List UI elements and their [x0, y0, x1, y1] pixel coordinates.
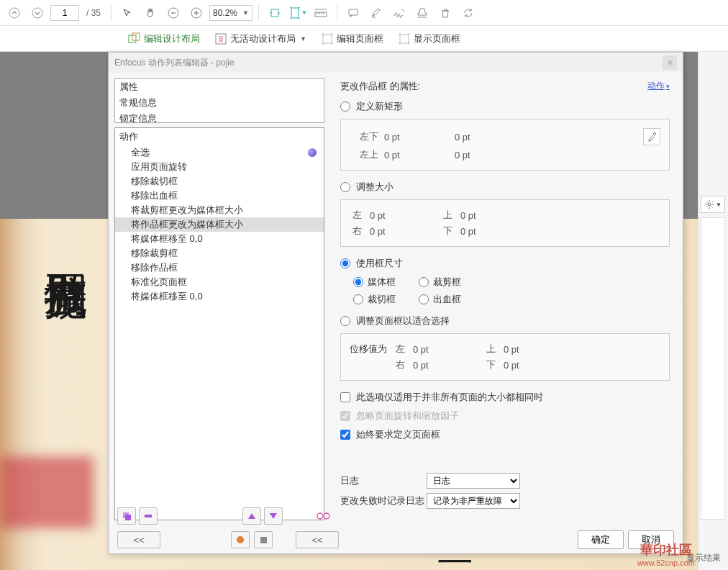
- svg-rect-5: [291, 8, 299, 18]
- no-active-layout-button[interactable]: 无活动设计布局 ▼: [209, 30, 312, 48]
- prev-button[interactable]: <<: [117, 531, 160, 548]
- offset-box: 位移值为 左0 pt 上0 pt 右0 pt 下0 pt: [340, 333, 670, 381]
- fit-width-icon[interactable]: [265, 3, 285, 23]
- check-always-define[interactable]: 始终要求定义页面框: [340, 428, 670, 441]
- svg-point-15: [317, 513, 323, 519]
- comment-icon[interactable]: [343, 3, 363, 23]
- action-item[interactable]: 移除裁切框: [115, 174, 324, 189]
- action-item[interactable]: 移除出血框: [115, 189, 324, 203]
- link-icon: [317, 511, 331, 521]
- section-title: 更改作品框 的属性: 动作: [340, 80, 670, 93]
- stop-button[interactable]: [254, 531, 273, 548]
- zoom-in-icon[interactable]: [186, 3, 206, 23]
- close-button[interactable]: ✕: [663, 55, 677, 70]
- copy-button[interactable]: [117, 507, 136, 525]
- sign-icon[interactable]: [389, 3, 409, 23]
- eyedropper-icon: [647, 132, 657, 142]
- svg-point-16: [324, 513, 329, 519]
- ruler-icon[interactable]: [311, 3, 331, 23]
- layout-edit-icon: [128, 32, 141, 45]
- layout-toolbar: 编辑设计布局 无活动设计布局 ▼ 编辑页面框 显示页面框: [0, 26, 728, 52]
- radio-use-frame[interactable]: 使用框尺寸: [340, 257, 670, 270]
- show-frame-button[interactable]: 显示页面框: [392, 30, 466, 48]
- property-item[interactable]: 属性: [115, 79, 324, 95]
- page-total: / 35: [86, 8, 101, 18]
- page-input[interactable]: [50, 5, 79, 21]
- ok-button[interactable]: 确定: [578, 530, 624, 549]
- record-icon: [237, 536, 244, 543]
- log-row: 日志 日志: [340, 473, 670, 489]
- top-toolbar: / 35 80.2%▼ ▼: [0, 0, 728, 26]
- back-button[interactable]: <<: [296, 531, 339, 548]
- svg-rect-4: [271, 9, 278, 17]
- move-up-button[interactable]: [242, 507, 261, 525]
- radio-resize[interactable]: 调整大小: [340, 181, 670, 194]
- edit-layout-button[interactable]: 编辑设计布局: [122, 30, 206, 48]
- check-ignore-rotation: 忽略页面旋转和缩放因子: [340, 410, 670, 422]
- svg-point-11: [708, 203, 711, 206]
- move-down-button[interactable]: [264, 507, 283, 525]
- status-dot-icon: [308, 148, 317, 157]
- action-list-header: 动作: [115, 128, 324, 145]
- action-item[interactable]: 将媒体框移至 0,0: [115, 232, 324, 246]
- remove-button[interactable]: [139, 507, 158, 525]
- svg-rect-13: [125, 515, 131, 520]
- pointer-icon[interactable]: [117, 3, 137, 23]
- action-item[interactable]: 标准化页面框: [115, 275, 324, 289]
- log-select[interactable]: 日志: [427, 473, 520, 489]
- refresh-icon[interactable]: [458, 3, 478, 23]
- record-button[interactable]: [231, 531, 250, 548]
- gear-icon: [704, 199, 714, 209]
- fit-page-icon[interactable]: ▼: [288, 3, 308, 23]
- svg-rect-6: [315, 12, 327, 17]
- right-sidebar: ▼: [698, 52, 728, 570]
- action-item[interactable]: 应用页面旋转: [115, 160, 324, 174]
- action-item[interactable]: 移除作品框: [115, 261, 324, 275]
- property-item[interactable]: 锁定信息: [115, 111, 324, 123]
- dialog-titlebar: Enfocus 动作列表编辑器 - pojie ✕: [109, 53, 683, 73]
- edit-frame-button[interactable]: 编辑页面框: [315, 30, 389, 48]
- stop-icon: [260, 537, 267, 543]
- radio-define-rect[interactable]: 定义新矩形: [340, 100, 670, 113]
- action-item[interactable]: 移除裁剪框: [115, 246, 324, 261]
- frame-edit-icon: [321, 32, 334, 45]
- zoom-select[interactable]: 80.2%▼: [209, 5, 252, 21]
- down-icon[interactable]: [27, 3, 47, 23]
- resize-box: 左0 pt 上0 pt 右0 pt 下0 pt: [340, 199, 670, 247]
- radio-trim-frame[interactable]: 裁切框: [353, 293, 396, 306]
- watermark: 華印社區 www.52cnp.com: [637, 541, 695, 567]
- action-item[interactable]: 全选: [115, 145, 324, 160]
- define-rect-box: 左下0 pt 0 pt 左上0 pt 0 pt: [340, 119, 670, 171]
- frame-type-group: 媒体框 裁剪框 裁切框 出血框: [353, 276, 670, 306]
- up-icon[interactable]: [4, 3, 24, 23]
- left-panel: 属性 常规信息 锁定信息 动作 全选 应用页面旋转 移除裁切框 移除出血框 将裁…: [109, 73, 330, 526]
- stamp-icon[interactable]: [412, 3, 432, 23]
- settings-button[interactable]: ▼: [701, 196, 725, 213]
- radio-bleed-frame[interactable]: 出血框: [419, 293, 461, 306]
- property-item[interactable]: 常规信息: [115, 95, 324, 111]
- svg-rect-14: [145, 515, 152, 517]
- radio-adjust-fit[interactable]: 调整页面框以适合选择: [340, 315, 670, 327]
- frame-show-icon: [398, 32, 411, 45]
- dialog-footer: << << 确定 取消: [109, 503, 683, 553]
- radio-media-frame[interactable]: 媒体框: [353, 276, 396, 289]
- link-button[interactable]: [314, 507, 333, 525]
- highlight-icon[interactable]: [366, 3, 386, 23]
- zoom-out-icon[interactable]: [163, 3, 183, 23]
- action-list[interactable]: 动作 全选 应用页面旋转 移除裁切框 移除出血框 将裁剪框更改为媒体框大小 将作…: [114, 127, 324, 520]
- minus-icon: [143, 512, 153, 520]
- action-item[interactable]: 将裁剪框更改为媒体框大小: [115, 203, 324, 217]
- hand-icon[interactable]: [140, 3, 160, 23]
- eyedropper-button[interactable]: [643, 128, 660, 145]
- action-editor-dialog: Enfocus 动作列表编辑器 - pojie ✕ 属性 常规信息 锁定信息 动…: [108, 52, 683, 554]
- delete-icon[interactable]: [435, 3, 455, 23]
- copy-icon: [122, 511, 132, 521]
- radio-crop-frame[interactable]: 裁剪框: [419, 276, 461, 289]
- action-item[interactable]: 将媒体框移至 0,0: [115, 289, 324, 304]
- check-diff-sizes[interactable]: 此选项仅适用于并非所有页面的大小都相同时: [340, 391, 670, 404]
- action-menu-link[interactable]: 动作: [647, 80, 670, 92]
- triangle-down-icon: [269, 512, 278, 520]
- property-list[interactable]: 属性 常规信息 锁定信息: [114, 78, 324, 123]
- action-item-selected[interactable]: 将作品框更改为媒体框大小: [115, 217, 324, 232]
- svg-rect-7: [349, 9, 358, 15]
